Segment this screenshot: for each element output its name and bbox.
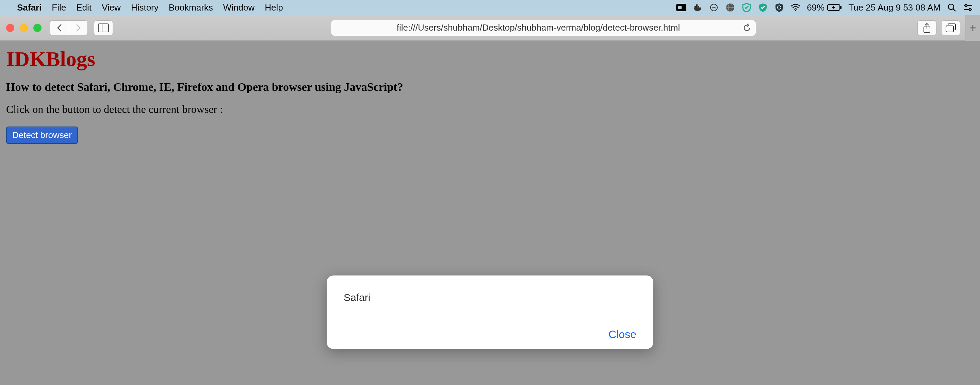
page-content: IDKBlogs How to detect Safari, Chrome, I… <box>0 41 980 150</box>
video-icon[interactable] <box>676 2 686 13</box>
svg-line-11 <box>953 9 956 11</box>
menu-window[interactable]: Window <box>223 2 255 13</box>
control-center-icon[interactable] <box>963 2 973 13</box>
shield-icon[interactable] <box>741 2 752 13</box>
menu-file[interactable]: File <box>52 2 66 13</box>
url-bar[interactable]: file:///Users/shubham/Desktop/shubham-ve… <box>331 20 756 36</box>
docker-icon[interactable] <box>692 2 703 13</box>
menu-help[interactable]: Help <box>265 2 283 13</box>
svg-point-15 <box>969 8 971 11</box>
menu-bookmarks[interactable]: Bookmarks <box>169 2 213 13</box>
alert-footer: Close <box>327 320 653 349</box>
macos-menubar: Safari File Edit View History Bookmarks … <box>0 0 980 15</box>
window-controls <box>6 24 41 32</box>
battery-percent-text: 69% <box>807 2 824 13</box>
svg-rect-1 <box>678 6 682 9</box>
svg-rect-16 <box>98 24 108 32</box>
menubar-right: 69% Tue 25 Aug 9 53 08 AM <box>676 2 973 13</box>
alert-dialog: Safari Close <box>327 276 653 349</box>
menu-edit[interactable]: Edit <box>76 2 92 13</box>
search-icon[interactable] <box>947 2 957 13</box>
battery-status[interactable]: 69% <box>807 2 842 13</box>
page-subtitle: How to detect Safari, Chrome, IE, Firefo… <box>6 81 974 93</box>
shield-filled-icon[interactable] <box>758 2 768 13</box>
svg-point-7 <box>795 10 796 11</box>
share-button[interactable] <box>917 21 937 35</box>
alert-message: Safari <box>327 276 653 320</box>
battery-charging-icon <box>827 3 842 11</box>
page-instruction: Click on the button to detect the curren… <box>6 103 974 116</box>
cloud-icon[interactable] <box>709 2 719 13</box>
menubar-left: Safari File Edit View History Bookmarks … <box>7 2 283 13</box>
shield-dark-icon[interactable] <box>774 2 784 13</box>
new-tab-button[interactable] <box>965 15 980 41</box>
toolbar-right <box>917 15 974 41</box>
menu-history[interactable]: History <box>131 2 159 13</box>
detect-browser-button[interactable]: Detect browser <box>6 127 78 144</box>
datetime-text[interactable]: Tue 25 Aug 9 53 08 AM <box>848 2 940 13</box>
menu-app-name[interactable]: Safari <box>17 2 41 13</box>
nav-buttons <box>50 21 88 35</box>
back-button[interactable] <box>50 21 69 35</box>
forward-button[interactable] <box>69 21 88 35</box>
menu-view[interactable]: View <box>102 2 121 13</box>
svg-rect-21 <box>946 26 953 32</box>
page-title: IDKBlogs <box>6 47 974 71</box>
minimize-window-button[interactable] <box>20 24 28 32</box>
maximize-window-button[interactable] <box>33 24 41 32</box>
close-window-button[interactable] <box>6 24 14 32</box>
reload-icon[interactable] <box>743 24 751 32</box>
svg-point-13 <box>965 5 967 6</box>
svg-point-10 <box>948 4 954 10</box>
safari-toolbar: file:///Users/shubham/Desktop/shubham-ve… <box>0 15 980 41</box>
wifi-icon[interactable] <box>791 2 801 13</box>
sidebar-toggle-button[interactable] <box>94 21 113 35</box>
svg-rect-9 <box>840 6 842 9</box>
url-text: file:///Users/shubham/Desktop/shubham-ve… <box>397 22 680 33</box>
globe-icon[interactable] <box>725 2 735 13</box>
tabs-button[interactable] <box>941 21 960 35</box>
alert-close-button[interactable]: Close <box>608 328 636 341</box>
